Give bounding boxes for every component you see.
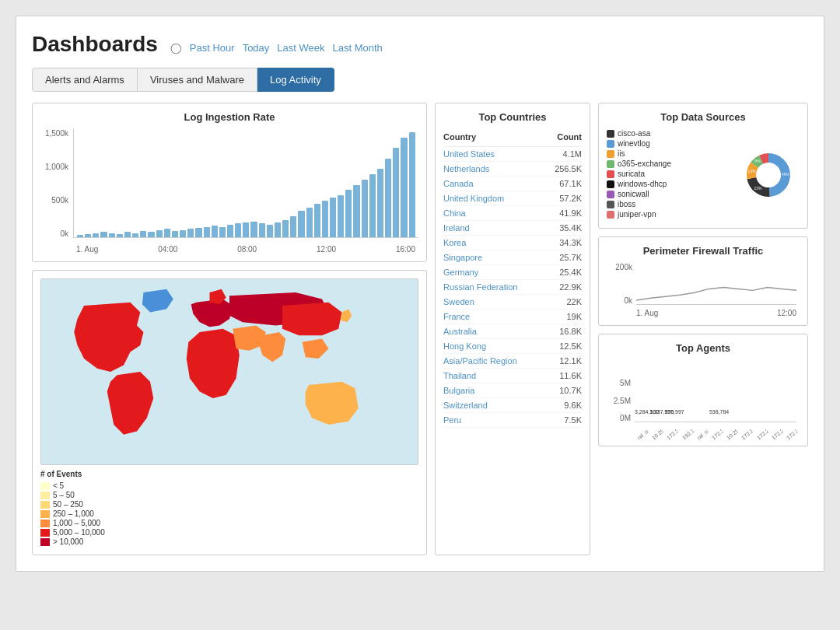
datasource-item: suricata [607, 170, 731, 178]
legend-color-4 [40, 520, 50, 527]
country-row[interactable]: Canada67.1K [443, 177, 582, 191]
ingestion-bar-28 [298, 211, 304, 237]
donut-label-1: 23% [754, 185, 763, 190]
country-row[interactable]: Sweden22K [443, 295, 582, 310]
y-label-0k: 0k [60, 229, 68, 238]
country-name[interactable]: United States [443, 149, 495, 159]
country-row[interactable]: United Kingdom57.2K [443, 191, 582, 206]
ingestion-bar-9 [148, 232, 154, 237]
filter-last-week[interactable]: Last Week [277, 42, 324, 54]
world-map [40, 278, 418, 465]
ingestion-bar-24 [267, 225, 273, 237]
country-row[interactable]: Peru7.5K [443, 413, 582, 428]
country-row[interactable]: Korea34.3K [443, 236, 582, 250]
chart-y-axis: 1,500k 1,000k 500k 0k [40, 129, 72, 238]
country-name[interactable]: Germany [443, 268, 478, 277]
x-label-0800: 08:00 [237, 245, 257, 254]
ingestion-bar-25 [275, 222, 281, 237]
map-legend: # of Events < 55 – 5050 – 250250 – 1,000… [40, 470, 418, 546]
donut-label-0: 49% [782, 171, 790, 176]
ds-name: juniper-vpn [618, 210, 656, 219]
country-name[interactable]: Korea [443, 238, 466, 247]
tab-alerts-and-alarms[interactable]: Alerts and Alarms [32, 68, 138, 92]
legend-label: 250 – 1,000 [53, 509, 94, 518]
agent-x-label: 172.29.180.20 [771, 429, 784, 441]
country-row[interactable]: China41.9K [443, 206, 582, 221]
country-name[interactable]: Thailand [443, 371, 476, 380]
firewall-title: Perimeter Firewall Traffic [607, 245, 800, 257]
country-name[interactable]: France [443, 312, 470, 321]
ingestion-bar-27 [290, 216, 296, 237]
datasource-item: juniper-vpn [607, 210, 731, 219]
country-count: 19K [566, 312, 582, 321]
legend-color-6 [40, 538, 50, 546]
country-row[interactable]: Singapore25.7K [443, 250, 582, 265]
ingestion-bar-16 [204, 227, 210, 238]
tab-viruses-and-malware[interactable]: Viruses and Malware [138, 68, 257, 92]
country-name[interactable]: Peru [443, 415, 461, 425]
country-name[interactable]: Australia [443, 327, 477, 336]
ingestion-bar-20 [235, 223, 241, 237]
country-count: 22K [566, 297, 582, 306]
legend-label: 5 – 50 [53, 491, 75, 499]
country-row[interactable]: Bulgaria10.7K [443, 383, 582, 398]
country-count: 22.9K [559, 282, 582, 292]
ingestion-bar-8 [140, 231, 146, 237]
ds-name: windows-dhcp [618, 180, 667, 188]
ds-color-box [607, 130, 614, 138]
legend-item: > 10,000 [40, 537, 418, 546]
country-row[interactable]: Asia/Pacific Region12.1K [443, 354, 582, 369]
country-row[interactable]: Switzerland9.6K [443, 398, 582, 413]
time-filter-bar: ◯ Past Hour Today Last Week Last Month [170, 42, 383, 54]
country-name[interactable]: Hong Kong [443, 341, 486, 351]
ingestion-bars [73, 129, 418, 238]
country-name[interactable]: China [443, 208, 466, 218]
country-name[interactable]: Sweden [443, 297, 474, 306]
country-row[interactable]: United States4.1M [443, 147, 582, 162]
country-name[interactable]: Russian Federation [443, 282, 517, 292]
country-row[interactable]: Hong Kong12.5K [443, 339, 582, 354]
top-countries-title: Top Countries [443, 111, 582, 123]
filter-today[interactable]: Today [243, 42, 270, 54]
country-name[interactable]: Switzerland [443, 401, 488, 410]
legend-item: 1,000 – 5,000 [40, 519, 418, 527]
country-row[interactable]: Germany25.4K [443, 265, 582, 280]
datasource-item: cisco-asa [607, 129, 731, 138]
top-data-sources-panel: Top Data Sources cisco-asawinevtlogiiso3… [598, 103, 808, 229]
country-name[interactable]: Singapore [443, 253, 482, 262]
country-row[interactable]: Netherlands256.5K [443, 162, 582, 177]
country-row[interactable]: Ireland35.4K [443, 221, 582, 236]
tab-log-activity[interactable]: Log Activity [257, 68, 334, 92]
fw-x-aug1: 1. Aug [636, 309, 658, 317]
ingestion-bar-34 [345, 190, 352, 237]
country-name[interactable]: Canada [443, 179, 474, 188]
country-row[interactable]: Thailand11.6K [443, 369, 582, 383]
agent-value-label: 955,997 [664, 409, 677, 415]
country-name[interactable]: Bulgaria [443, 386, 474, 395]
country-count: 25.4K [559, 268, 582, 277]
filter-past-hour[interactable]: Past Hour [190, 42, 235, 54]
top-countries-panel: Top Countries Country Count United State… [435, 103, 590, 555]
agent-x-label: 10.254.76.225 [651, 429, 664, 441]
datasources-content: cisco-asawinevtlogiiso365-exchangesurica… [607, 129, 800, 220]
country-name[interactable]: Ireland [443, 223, 470, 233]
agents-chart: 5M 2.5M 0M 3,284,5601,337,530955,997538,… [607, 360, 800, 438]
ds-name: cisco-asa [618, 129, 650, 138]
country-name[interactable]: Asia/Pacific Region [443, 356, 517, 366]
country-row[interactable]: France19K [443, 310, 582, 324]
page-title: Dashboards [32, 32, 158, 57]
country-row[interactable]: Australia16.8K [443, 324, 582, 339]
filter-last-month[interactable]: Last Month [333, 42, 383, 54]
country-name[interactable]: United Kingdom [443, 194, 504, 203]
country-row[interactable]: Russian Federation22.9K [443, 280, 582, 295]
right-column: Top Data Sources cisco-asawinevtlogiiso3… [598, 103, 808, 555]
log-ingestion-panel: Log Ingestion Rate 1,500k 1,000k 500k 0k… [32, 103, 427, 262]
donut-label-3: 8% [754, 159, 761, 163]
country-count: 10.7K [559, 386, 582, 395]
top-data-sources-title: Top Data Sources [607, 111, 800, 123]
country-name[interactable]: Netherlands [443, 164, 489, 173]
x-label-0400: 04:00 [158, 245, 177, 254]
country-count: 67.1K [559, 179, 582, 188]
datasource-item: sonicwall [607, 190, 731, 198]
ingestion-bar-4 [109, 233, 115, 237]
